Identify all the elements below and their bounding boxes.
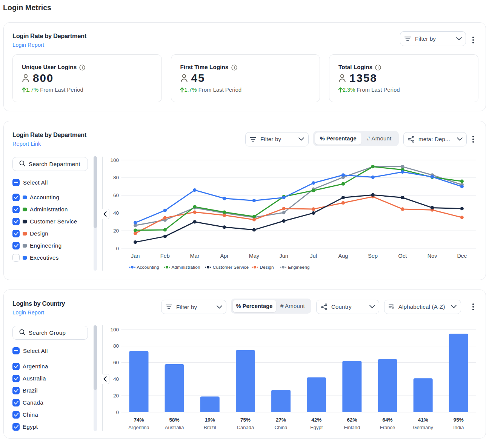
svg-text:0: 0 xyxy=(116,246,119,251)
svg-text:41%: 41% xyxy=(418,417,428,423)
svg-text:Jul: Jul xyxy=(310,253,317,259)
svg-text:Argentina: Argentina xyxy=(128,425,149,430)
svg-text:40: 40 xyxy=(113,376,119,382)
svg-text:64%: 64% xyxy=(383,417,393,423)
svg-text:19%: 19% xyxy=(205,417,215,423)
svg-text:Egypt: Egypt xyxy=(310,425,323,430)
svg-text:Aug: Aug xyxy=(338,253,348,259)
svg-text:Jun: Jun xyxy=(279,253,288,259)
svg-text:May: May xyxy=(249,253,260,259)
svg-text:Canada: Canada xyxy=(237,425,254,430)
svg-text:France: France xyxy=(380,425,395,430)
svg-text:India: India xyxy=(453,425,464,430)
svg-text:20: 20 xyxy=(113,228,119,234)
svg-text:Feb: Feb xyxy=(160,253,170,259)
svg-text:0: 0 xyxy=(116,410,119,415)
svg-text:Nov: Nov xyxy=(427,253,438,259)
svg-text:Germany: Germany xyxy=(413,425,433,430)
svg-text:62%: 62% xyxy=(347,417,357,423)
svg-text:58%: 58% xyxy=(169,417,180,423)
svg-text:80: 80 xyxy=(113,343,119,349)
svg-text:Mar: Mar xyxy=(190,253,200,259)
svg-text:Jan: Jan xyxy=(131,253,140,259)
svg-text:20: 20 xyxy=(113,393,119,399)
svg-text:27%: 27% xyxy=(276,417,286,423)
svg-text:Apr: Apr xyxy=(220,253,229,259)
svg-text:42%: 42% xyxy=(311,417,321,423)
svg-text:100: 100 xyxy=(110,157,119,163)
svg-text:95%: 95% xyxy=(454,417,464,423)
svg-text:Oct: Oct xyxy=(398,253,407,259)
svg-text:40: 40 xyxy=(113,210,119,216)
svg-text:China: China xyxy=(275,425,288,430)
svg-text:60: 60 xyxy=(113,360,119,365)
svg-text:80: 80 xyxy=(113,175,119,180)
svg-text:Australia: Australia xyxy=(165,425,184,430)
svg-text:60: 60 xyxy=(113,192,119,198)
svg-text:Finland: Finland xyxy=(344,425,360,430)
svg-text:75%: 75% xyxy=(240,417,251,423)
svg-text:74%: 74% xyxy=(134,417,144,423)
svg-text:Dec: Dec xyxy=(457,253,467,259)
svg-text:100: 100 xyxy=(110,327,119,333)
svg-text:Brazil: Brazil xyxy=(204,425,216,430)
svg-text:Sep: Sep xyxy=(368,253,378,259)
